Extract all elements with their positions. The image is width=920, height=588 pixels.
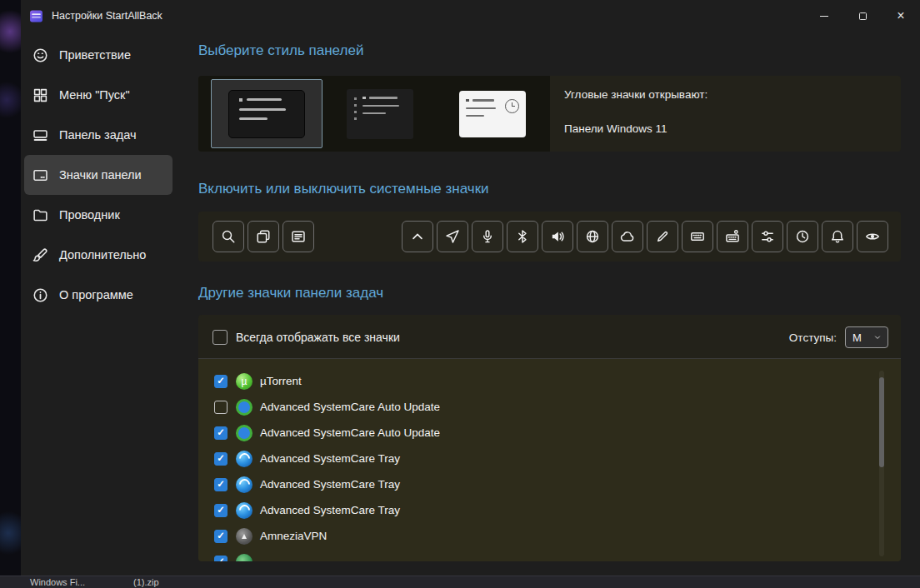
system-icon-clock-button[interactable] bbox=[787, 221, 818, 252]
system-icon-bluetooth-button[interactable] bbox=[507, 221, 538, 252]
system-icon-pen-button[interactable] bbox=[647, 221, 678, 252]
system-icon-search-button[interactable] bbox=[212, 221, 244, 252]
sidebar-item-explorer[interactable]: Проводник bbox=[24, 195, 172, 235]
desktop-background-edge bbox=[0, 0, 21, 588]
window-title: Настройки StartAllBack bbox=[52, 10, 162, 22]
keyboard-icon bbox=[690, 229, 705, 244]
system-icon-keyboard-button[interactable] bbox=[682, 221, 713, 252]
show-all-label: Всегда отображать все значки bbox=[236, 331, 400, 344]
style-option-light-panel-clock[interactable] bbox=[459, 91, 526, 137]
system-icon-eye-button[interactable] bbox=[857, 221, 888, 252]
asc-update-app-icon bbox=[236, 425, 252, 441]
sidebar-item-label: Приветствие bbox=[59, 48, 131, 62]
desktop-taskbar-edge: Windows Fi... (1).zip bbox=[0, 576, 920, 588]
tray-item-checkbox[interactable] bbox=[214, 504, 228, 517]
system-icon-volume-button[interactable] bbox=[542, 221, 573, 252]
amnezia-app-icon bbox=[236, 528, 252, 545]
system-icons-left bbox=[212, 221, 314, 252]
tray-item-checkbox[interactable] bbox=[214, 452, 228, 466]
chevron-up-icon bbox=[410, 229, 425, 244]
maximize-button[interactable] bbox=[843, 0, 882, 32]
tray-item-checkbox[interactable] bbox=[214, 375, 228, 388]
window-controls: × bbox=[805, 0, 920, 32]
system-icon-chevron-up-button[interactable] bbox=[402, 221, 433, 252]
tray-item-row: Advanced SystemCare Tray bbox=[214, 497, 901, 523]
tray-item-checkbox[interactable] bbox=[214, 426, 228, 440]
tray-item-checkbox[interactable] bbox=[214, 530, 228, 543]
tray-item-label: µTorrent bbox=[260, 375, 302, 387]
system-icons-heading: Включить или выключить системные значки bbox=[198, 180, 901, 197]
system-icon-task-list-button[interactable] bbox=[282, 221, 314, 252]
unknown-app-app-icon bbox=[236, 554, 252, 562]
corner-icons-value[interactable]: Панели Windows 11 bbox=[564, 122, 708, 135]
explorer-icon bbox=[32, 207, 48, 223]
tray-item-checkbox[interactable] bbox=[214, 556, 228, 562]
system-icons-right bbox=[402, 221, 888, 252]
corner-icons-label: Угловые значки открывают: bbox=[564, 88, 708, 101]
tray-icons-icon bbox=[32, 167, 48, 183]
tray-item-checkbox[interactable] bbox=[214, 478, 228, 491]
system-icon-keyboard-user-button[interactable] bbox=[717, 221, 748, 252]
system-icon-cloud-button[interactable] bbox=[612, 221, 643, 252]
tray-item-label: Advanced SystemCare Tray bbox=[260, 452, 400, 465]
tray-item-row: Advanced SystemCare Auto Update bbox=[214, 420, 901, 446]
tray-item-checkbox[interactable] bbox=[214, 401, 228, 414]
eye-icon bbox=[865, 229, 880, 244]
tray-item-label: Advanced SystemCare Tray bbox=[260, 478, 400, 491]
tray-item-label: AmneziaVPN bbox=[260, 530, 327, 542]
system-icon-network-globe-button[interactable] bbox=[577, 221, 608, 252]
system-icon-microphone-button[interactable] bbox=[472, 221, 503, 252]
style-preview-two-column-dots bbox=[354, 97, 357, 120]
other-icons-toolbar: Всегда отображать все значки Отступы: M bbox=[198, 315, 901, 358]
close-button[interactable]: × bbox=[882, 0, 920, 32]
spacing-value: M bbox=[852, 331, 862, 344]
bluetooth-icon bbox=[515, 229, 530, 244]
sidebar-item-advanced[interactable]: Дополнительно bbox=[24, 235, 172, 275]
search-icon bbox=[221, 229, 236, 244]
tray-item-row: AmneziaVPN bbox=[214, 523, 901, 549]
style-option-two-column-panel[interactable] bbox=[347, 89, 413, 139]
panel-style-section: Угловые значки открывают: Панели Windows… bbox=[198, 76, 901, 152]
spacing-label: Отступы: bbox=[789, 331, 837, 344]
show-all-checkbox[interactable] bbox=[212, 330, 228, 345]
copy-windows-icon bbox=[256, 229, 271, 244]
advanced-icon bbox=[32, 247, 48, 263]
corner-icons-info: Угловые значки открывают: Панели Windows… bbox=[564, 76, 708, 152]
minimize-button[interactable] bbox=[805, 0, 843, 32]
sidebar: ПриветствиеМеню "Пуск"Панель задачЗначки… bbox=[21, 32, 178, 576]
sidebar-item-label: Дополнительно bbox=[59, 248, 146, 262]
spacing-dropdown[interactable]: M bbox=[845, 326, 888, 348]
tray-item-row: Advanced SystemCare Tray bbox=[214, 446, 901, 471]
sidebar-item-taskbar[interactable]: Панель задач bbox=[24, 115, 172, 155]
other-icons-panel: Всегда отображать все значки Отступы: M … bbox=[198, 315, 901, 561]
style-preview-two-column-lines bbox=[362, 97, 406, 120]
main-content: Выберите стиль панелей bbox=[178, 32, 920, 576]
tray-item-row: Advanced SystemCare Tray bbox=[214, 471, 901, 497]
volume-mixer-icon bbox=[760, 229, 775, 244]
sidebar-item-start-menu[interactable]: Меню "Пуск" bbox=[24, 75, 172, 115]
tray-item-label: Advanced SystemCare Tray bbox=[260, 504, 400, 516]
titlebar: Настройки StartAllBack × bbox=[21, 0, 920, 32]
sidebar-item-welcome[interactable]: Приветствие bbox=[24, 35, 172, 75]
sidebar-item-about[interactable]: О программе bbox=[24, 275, 172, 315]
cloud-icon bbox=[620, 229, 635, 244]
sidebar-item-tray-icons[interactable]: Значки панели bbox=[24, 155, 172, 195]
sidebar-item-label: Проводник bbox=[59, 208, 120, 222]
system-icon-volume-mixer-button[interactable] bbox=[752, 221, 783, 252]
panel-style-options bbox=[198, 76, 550, 152]
asc-tray-app-icon bbox=[236, 502, 252, 519]
style-option-dark-panel[interactable] bbox=[211, 79, 322, 148]
system-icon-send-arrow-button[interactable] bbox=[437, 221, 468, 252]
close-icon: × bbox=[897, 9, 904, 22]
maximize-icon bbox=[859, 12, 867, 20]
system-icon-bell-button[interactable] bbox=[822, 221, 853, 252]
sidebar-item-label: Значки панели bbox=[59, 168, 142, 182]
spacing-control: Отступы: M bbox=[789, 326, 888, 348]
chevron-down-icon bbox=[873, 333, 882, 341]
utorrent-app-icon bbox=[236, 373, 252, 390]
system-icon-copy-windows-button[interactable] bbox=[248, 221, 279, 252]
style-preview-dark bbox=[228, 90, 305, 138]
tray-icon-list: µTorrentAdvanced SystemCare Auto UpdateA… bbox=[198, 359, 901, 561]
scrollbar-thumb[interactable] bbox=[879, 377, 884, 467]
clock-icon bbox=[795, 229, 810, 244]
